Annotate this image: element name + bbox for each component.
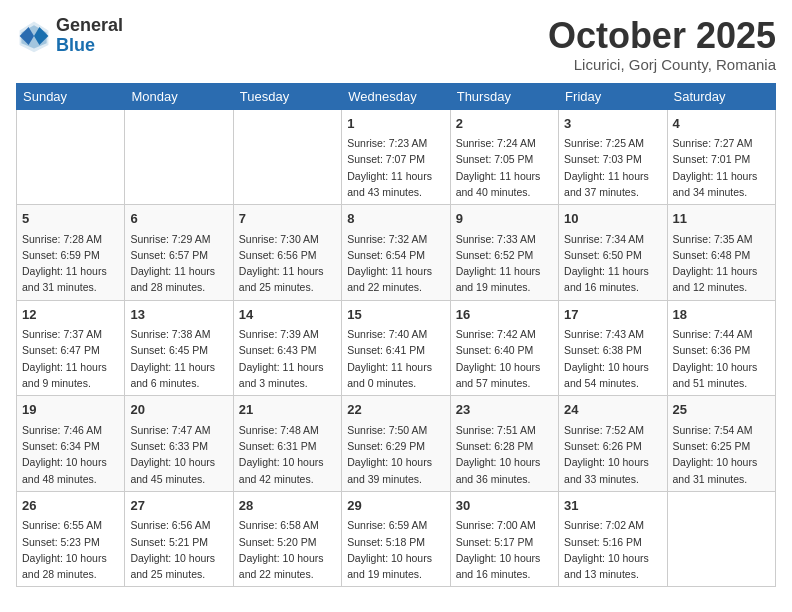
calendar-cell: 1Sunrise: 7:23 AMSunset: 7:07 PMDaylight…	[342, 109, 450, 205]
day-info: Sunrise: 7:02 AMSunset: 5:16 PMDaylight:…	[564, 517, 661, 582]
column-header-wednesday: Wednesday	[342, 83, 450, 109]
column-header-sunday: Sunday	[17, 83, 125, 109]
day-info: Sunrise: 7:46 AMSunset: 6:34 PMDaylight:…	[22, 422, 119, 487]
column-header-saturday: Saturday	[667, 83, 775, 109]
day-info: Sunrise: 6:56 AMSunset: 5:21 PMDaylight:…	[130, 517, 227, 582]
day-info: Sunrise: 7:42 AMSunset: 6:40 PMDaylight:…	[456, 326, 553, 391]
calendar-cell: 18Sunrise: 7:44 AMSunset: 6:36 PMDayligh…	[667, 300, 775, 396]
page-header: General Blue October 2025 Licurici, Gorj…	[16, 16, 776, 73]
calendar-cell: 28Sunrise: 6:58 AMSunset: 5:20 PMDayligh…	[233, 491, 341, 587]
calendar-cell: 27Sunrise: 6:56 AMSunset: 5:21 PMDayligh…	[125, 491, 233, 587]
day-info: Sunrise: 7:48 AMSunset: 6:31 PMDaylight:…	[239, 422, 336, 487]
day-number: 1	[347, 114, 444, 134]
day-info: Sunrise: 7:33 AMSunset: 6:52 PMDaylight:…	[456, 231, 553, 296]
day-info: Sunrise: 7:28 AMSunset: 6:59 PMDaylight:…	[22, 231, 119, 296]
calendar-cell: 8Sunrise: 7:32 AMSunset: 6:54 PMDaylight…	[342, 205, 450, 301]
day-info: Sunrise: 7:32 AMSunset: 6:54 PMDaylight:…	[347, 231, 444, 296]
day-number: 31	[564, 496, 661, 516]
logo-icon	[16, 18, 52, 54]
column-header-thursday: Thursday	[450, 83, 558, 109]
day-info: Sunrise: 7:00 AMSunset: 5:17 PMDaylight:…	[456, 517, 553, 582]
logo: General Blue	[16, 16, 123, 56]
day-info: Sunrise: 7:24 AMSunset: 7:05 PMDaylight:…	[456, 135, 553, 200]
location-text: Licurici, Gorj County, Romania	[548, 56, 776, 73]
calendar-cell	[17, 109, 125, 205]
calendar-cell: 15Sunrise: 7:40 AMSunset: 6:41 PMDayligh…	[342, 300, 450, 396]
calendar-cell: 12Sunrise: 7:37 AMSunset: 6:47 PMDayligh…	[17, 300, 125, 396]
day-info: Sunrise: 7:25 AMSunset: 7:03 PMDaylight:…	[564, 135, 661, 200]
column-header-monday: Monday	[125, 83, 233, 109]
day-number: 13	[130, 305, 227, 325]
day-number: 19	[22, 400, 119, 420]
calendar-cell: 26Sunrise: 6:55 AMSunset: 5:23 PMDayligh…	[17, 491, 125, 587]
day-number: 30	[456, 496, 553, 516]
day-number: 24	[564, 400, 661, 420]
calendar-table: SundayMondayTuesdayWednesdayThursdayFrid…	[16, 83, 776, 588]
day-number: 18	[673, 305, 770, 325]
calendar-cell: 23Sunrise: 7:51 AMSunset: 6:28 PMDayligh…	[450, 396, 558, 492]
day-info: Sunrise: 7:51 AMSunset: 6:28 PMDaylight:…	[456, 422, 553, 487]
day-number: 15	[347, 305, 444, 325]
calendar-cell: 21Sunrise: 7:48 AMSunset: 6:31 PMDayligh…	[233, 396, 341, 492]
day-info: Sunrise: 7:23 AMSunset: 7:07 PMDaylight:…	[347, 135, 444, 200]
calendar-cell: 16Sunrise: 7:42 AMSunset: 6:40 PMDayligh…	[450, 300, 558, 396]
day-number: 5	[22, 209, 119, 229]
calendar-cell: 6Sunrise: 7:29 AMSunset: 6:57 PMDaylight…	[125, 205, 233, 301]
day-number: 9	[456, 209, 553, 229]
calendar-cell: 11Sunrise: 7:35 AMSunset: 6:48 PMDayligh…	[667, 205, 775, 301]
calendar-cell	[667, 491, 775, 587]
calendar-cell: 5Sunrise: 7:28 AMSunset: 6:59 PMDaylight…	[17, 205, 125, 301]
day-info: Sunrise: 6:55 AMSunset: 5:23 PMDaylight:…	[22, 517, 119, 582]
day-number: 29	[347, 496, 444, 516]
calendar-week-5: 26Sunrise: 6:55 AMSunset: 5:23 PMDayligh…	[17, 491, 776, 587]
day-number: 10	[564, 209, 661, 229]
calendar-cell: 13Sunrise: 7:38 AMSunset: 6:45 PMDayligh…	[125, 300, 233, 396]
logo-blue-text: Blue	[56, 36, 123, 56]
day-info: Sunrise: 7:37 AMSunset: 6:47 PMDaylight:…	[22, 326, 119, 391]
calendar-cell	[125, 109, 233, 205]
calendar-cell: 10Sunrise: 7:34 AMSunset: 6:50 PMDayligh…	[559, 205, 667, 301]
calendar-cell: 31Sunrise: 7:02 AMSunset: 5:16 PMDayligh…	[559, 491, 667, 587]
calendar-cell: 30Sunrise: 7:00 AMSunset: 5:17 PMDayligh…	[450, 491, 558, 587]
calendar-cell: 4Sunrise: 7:27 AMSunset: 7:01 PMDaylight…	[667, 109, 775, 205]
calendar-cell	[233, 109, 341, 205]
calendar-cell: 3Sunrise: 7:25 AMSunset: 7:03 PMDaylight…	[559, 109, 667, 205]
calendar-week-4: 19Sunrise: 7:46 AMSunset: 6:34 PMDayligh…	[17, 396, 776, 492]
day-info: Sunrise: 6:58 AMSunset: 5:20 PMDaylight:…	[239, 517, 336, 582]
day-info: Sunrise: 7:43 AMSunset: 6:38 PMDaylight:…	[564, 326, 661, 391]
day-number: 28	[239, 496, 336, 516]
calendar-week-3: 12Sunrise: 7:37 AMSunset: 6:47 PMDayligh…	[17, 300, 776, 396]
day-number: 8	[347, 209, 444, 229]
day-number: 26	[22, 496, 119, 516]
calendar-cell: 7Sunrise: 7:30 AMSunset: 6:56 PMDaylight…	[233, 205, 341, 301]
day-info: Sunrise: 7:35 AMSunset: 6:48 PMDaylight:…	[673, 231, 770, 296]
column-header-tuesday: Tuesday	[233, 83, 341, 109]
calendar-cell: 24Sunrise: 7:52 AMSunset: 6:26 PMDayligh…	[559, 396, 667, 492]
day-number: 27	[130, 496, 227, 516]
day-number: 3	[564, 114, 661, 134]
day-info: Sunrise: 7:52 AMSunset: 6:26 PMDaylight:…	[564, 422, 661, 487]
day-info: Sunrise: 7:29 AMSunset: 6:57 PMDaylight:…	[130, 231, 227, 296]
calendar-cell: 2Sunrise: 7:24 AMSunset: 7:05 PMDaylight…	[450, 109, 558, 205]
title-block: October 2025 Licurici, Gorj County, Roma…	[548, 16, 776, 73]
calendar-header-row: SundayMondayTuesdayWednesdayThursdayFrid…	[17, 83, 776, 109]
calendar-cell: 19Sunrise: 7:46 AMSunset: 6:34 PMDayligh…	[17, 396, 125, 492]
day-number: 11	[673, 209, 770, 229]
day-number: 17	[564, 305, 661, 325]
day-number: 2	[456, 114, 553, 134]
day-number: 12	[22, 305, 119, 325]
day-number: 7	[239, 209, 336, 229]
day-number: 22	[347, 400, 444, 420]
day-info: Sunrise: 7:44 AMSunset: 6:36 PMDaylight:…	[673, 326, 770, 391]
day-number: 4	[673, 114, 770, 134]
day-number: 23	[456, 400, 553, 420]
calendar-cell: 9Sunrise: 7:33 AMSunset: 6:52 PMDaylight…	[450, 205, 558, 301]
day-info: Sunrise: 7:38 AMSunset: 6:45 PMDaylight:…	[130, 326, 227, 391]
day-info: Sunrise: 6:59 AMSunset: 5:18 PMDaylight:…	[347, 517, 444, 582]
calendar-cell: 29Sunrise: 6:59 AMSunset: 5:18 PMDayligh…	[342, 491, 450, 587]
calendar-week-2: 5Sunrise: 7:28 AMSunset: 6:59 PMDaylight…	[17, 205, 776, 301]
day-info: Sunrise: 7:47 AMSunset: 6:33 PMDaylight:…	[130, 422, 227, 487]
day-number: 21	[239, 400, 336, 420]
day-info: Sunrise: 7:30 AMSunset: 6:56 PMDaylight:…	[239, 231, 336, 296]
column-header-friday: Friday	[559, 83, 667, 109]
